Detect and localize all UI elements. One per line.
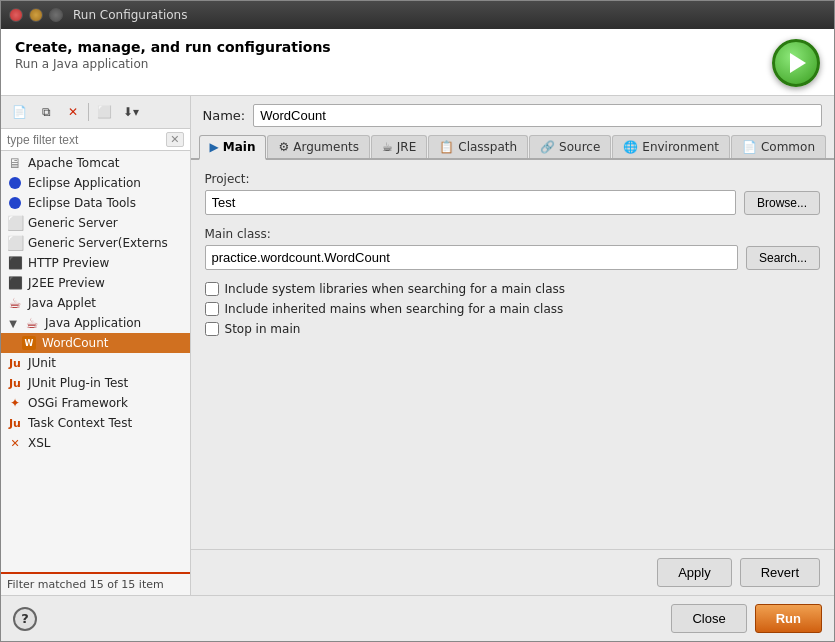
common-tab-icon: 📄 (742, 140, 757, 154)
tab-jre[interactable]: ☕ JRE (371, 135, 427, 158)
tree-item-generic-server-externa[interactable]: ⬜ Generic Server(Externs (1, 233, 190, 253)
close-button[interactable]: Close (671, 604, 746, 633)
classpath-tab-icon: 📋 (439, 140, 454, 154)
name-row: Name: (191, 96, 834, 135)
filter-clear-button[interactable]: ✕ (166, 132, 183, 147)
tab-content-main: Project: Browse... Main class: Search... (191, 160, 834, 549)
tree-item-label: Java Applet (28, 296, 96, 310)
tree-item-label: Eclipse Application (28, 176, 141, 190)
duplicate-config-button[interactable]: ⧉ (34, 100, 58, 124)
sidebar: 📄 ⧉ ✕ ⬜ ⬇▾ ✕ (1, 96, 191, 595)
tree-item-label: Apache Tomcat (28, 156, 120, 170)
tree-item-xsl[interactable]: ✕ XSL (1, 433, 190, 453)
checkbox-stop-in-main-label: Stop in main (225, 322, 301, 336)
xsl-icon: ✕ (7, 435, 23, 451)
project-row: Browse... (205, 190, 820, 215)
tree-item-http-preview[interactable]: ⬛ HTTP Preview (1, 253, 190, 273)
run-button[interactable]: Run (755, 604, 822, 633)
apply-revert-bar: Apply Revert (191, 549, 834, 595)
footer-left: ? (13, 607, 37, 631)
minimize-window-button[interactable] (29, 8, 43, 22)
header-subtitle: Run a Java application (15, 57, 331, 71)
tab-common[interactable]: 📄 Common (731, 135, 826, 158)
tree-item-osgi[interactable]: ✦ OSGi Framework (1, 393, 190, 413)
browse-button[interactable]: Browse... (744, 191, 820, 215)
tree-item-eclipse-application[interactable]: Eclipse Application (1, 173, 190, 193)
collapse-all-button[interactable]: ⬇▾ (119, 100, 143, 124)
sidebar-footer: Filter matched 15 of 15 item (1, 572, 190, 595)
osgi-icon: ✦ (7, 395, 23, 411)
generic-server-icon: ⬜ (7, 215, 23, 231)
right-panel: Name: ▶ Main ⚙ Arguments ☕ JRE 📋 (191, 96, 834, 595)
project-label: Project: (205, 172, 820, 186)
titlebar: Run Configurations (1, 1, 834, 29)
apply-button[interactable]: Apply (657, 558, 732, 587)
tree-item-apache-tomcat[interactable]: 🖥 Apache Tomcat (1, 153, 190, 173)
eclipse-app-icon (7, 175, 23, 191)
jre-tab-icon: ☕ (382, 140, 393, 154)
tab-environment-label: Environment (642, 140, 719, 154)
checkbox-system-libraries-label: Include system libraries when searching … (225, 282, 566, 296)
tree-item-java-application[interactable]: ▼ ☕ Java Application (1, 313, 190, 333)
checkbox-stop-in-main[interactable] (205, 322, 219, 336)
tree-item-label: JUnit Plug-in Test (28, 376, 128, 390)
environment-tab-icon: 🌐 (623, 140, 638, 154)
delete-config-button[interactable]: ✕ (61, 100, 85, 124)
checkbox-inherited-mains[interactable] (205, 302, 219, 316)
http-preview-icon: ⬛ (7, 255, 23, 271)
tree-item-generic-server[interactable]: ⬜ Generic Server (1, 213, 190, 233)
tree-item-junit[interactable]: Ju JUnit (1, 353, 190, 373)
checkbox-row-2: Include inherited mains when searching f… (205, 302, 820, 316)
tree-item-junit-plugin[interactable]: Ju JUnit Plug-in Test (1, 373, 190, 393)
project-field-group: Project: Browse... (205, 172, 820, 215)
run-header-button[interactable] (772, 39, 820, 87)
j2ee-icon: ⬛ (7, 275, 23, 291)
tab-jre-label: JRE (397, 140, 416, 154)
tree-item-task-context-test[interactable]: Ju Task Context Test (1, 413, 190, 433)
junit-icon: Ju (7, 355, 23, 371)
footer-bar: ? Close Run (1, 595, 834, 641)
mainclass-input[interactable] (205, 245, 738, 270)
header-section: Create, manage, and run configurations R… (1, 29, 834, 96)
eclipse-data-icon (7, 195, 23, 211)
maximize-window-button[interactable] (49, 8, 63, 22)
name-input[interactable] (253, 104, 822, 127)
new-config-button[interactable]: 📄 (7, 100, 31, 124)
delete-icon: ✕ (68, 105, 78, 119)
tab-common-label: Common (761, 140, 815, 154)
revert-button[interactable]: Revert (740, 558, 820, 587)
tree-item-label: Generic Server (28, 216, 118, 230)
tree-item-wordcount[interactable]: W WordCount (1, 333, 190, 353)
tree-item-label: XSL (28, 436, 51, 450)
main-content: 📄 ⧉ ✕ ⬜ ⬇▾ ✕ (1, 96, 834, 595)
tree-item-j2ee-preview[interactable]: ⬛ J2EE Preview (1, 273, 190, 293)
tab-arguments[interactable]: ⚙ Arguments (267, 135, 370, 158)
tree-expander-java-app[interactable]: ▼ (7, 317, 19, 329)
tree-item-eclipse-data-tools[interactable]: Eclipse Data Tools (1, 193, 190, 213)
project-input[interactable] (205, 190, 736, 215)
mainclass-field-group: Main class: Search... (205, 227, 820, 270)
checkbox-system-libraries[interactable] (205, 282, 219, 296)
tree-item-label: JUnit (28, 356, 56, 370)
tab-main-label: Main (223, 140, 256, 154)
search-button[interactable]: Search... (746, 246, 820, 270)
tree-item-java-applet[interactable]: ☕ Java Applet (1, 293, 190, 313)
close-window-button[interactable] (9, 8, 23, 22)
tree-item-label: Eclipse Data Tools (28, 196, 136, 210)
configuration-tree: 🖥 Apache Tomcat Eclipse Application Ecli… (1, 151, 190, 572)
tab-classpath[interactable]: 📋 Classpath (428, 135, 528, 158)
tab-main[interactable]: ▶ Main (199, 135, 267, 160)
tree-item-label: Java Application (45, 316, 141, 330)
tab-source-label: Source (559, 140, 600, 154)
filter-input[interactable] (7, 133, 166, 147)
checkbox-row-3: Stop in main (205, 322, 820, 336)
tab-environment[interactable]: 🌐 Environment (612, 135, 730, 158)
help-button[interactable]: ? (13, 607, 37, 631)
task-context-icon: Ju (7, 415, 23, 431)
mainclass-label: Main class: (205, 227, 820, 241)
wordcount-icon: W (21, 335, 37, 351)
filter-box: ✕ (1, 129, 190, 151)
export-config-button[interactable]: ⬜ (92, 100, 116, 124)
tab-source[interactable]: 🔗 Source (529, 135, 611, 158)
tabs-bar: ▶ Main ⚙ Arguments ☕ JRE 📋 Classpath 🔗 (191, 135, 834, 160)
